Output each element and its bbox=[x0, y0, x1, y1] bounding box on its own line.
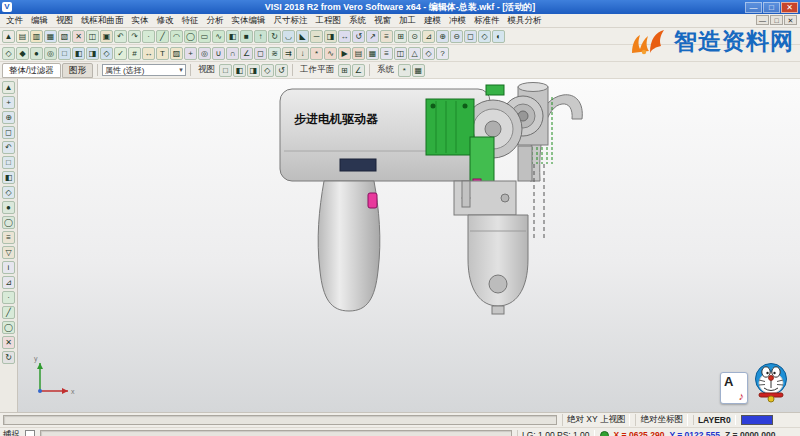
toolbar1-measure-icon[interactable]: ⊿ bbox=[422, 30, 435, 43]
toolbar2-electrode-icon[interactable]: ◇ bbox=[422, 47, 435, 60]
menu-item-3[interactable]: 线框和曲面 bbox=[77, 15, 128, 27]
menu-item-7[interactable]: 分析 bbox=[203, 15, 228, 27]
toolbar1-scale-icon[interactable]: ↗ bbox=[366, 30, 379, 43]
toolbar2-standard-parts-icon[interactable]: ◫ bbox=[394, 47, 407, 60]
toolbar2-database-icon[interactable]: ▦ bbox=[366, 47, 379, 60]
toolbar2-shaded-icon[interactable]: ● bbox=[30, 47, 43, 60]
viewgrp-view-rotate-icon[interactable]: ↺ bbox=[275, 64, 288, 77]
toolbar2-view-right-icon[interactable]: ◨ bbox=[86, 47, 99, 60]
toolbar1-zoom-fit-icon[interactable]: ◻ bbox=[464, 30, 477, 43]
lefttb-view-iso-icon[interactable]: ◇ bbox=[2, 186, 15, 199]
menu-item-1[interactable]: 编辑 bbox=[27, 15, 52, 27]
toolbar1-zoom-out-icon[interactable]: ⊖ bbox=[450, 30, 463, 43]
layer-color-swatch[interactable] bbox=[741, 415, 773, 425]
toolbar2-feature-icon[interactable]: + bbox=[184, 47, 197, 60]
toolbar2-cam-icon[interactable]: * bbox=[310, 47, 323, 60]
toolbar2-hole-icon[interactable]: ◎ bbox=[198, 47, 211, 60]
menu-item-6[interactable]: 特征 bbox=[178, 15, 203, 27]
toolbar1-view-iso-icon[interactable]: ◇ bbox=[478, 30, 491, 43]
toolbar2-mold-tools-icon[interactable]: △ bbox=[408, 47, 421, 60]
menu-item-4[interactable]: 实体 bbox=[128, 15, 153, 27]
command-field[interactable] bbox=[40, 430, 512, 436]
lefttb-line-icon[interactable]: ╱ bbox=[2, 306, 15, 319]
toolbar2-wireframe-icon[interactable]: ◇ bbox=[2, 47, 15, 60]
wpgrp-workplane-angle-icon[interactable]: ∠ bbox=[352, 64, 365, 77]
lefttb-pan-icon[interactable]: + bbox=[2, 96, 15, 109]
lefttb-zoom-in-icon[interactable]: ⊕ bbox=[2, 111, 15, 124]
snap-checkbox[interactable] bbox=[25, 430, 35, 436]
toolbar2-analysis-icon[interactable]: ✓ bbox=[114, 47, 127, 60]
toolbar1-undo-icon[interactable]: ↶ bbox=[114, 30, 127, 43]
minimize-button[interactable]: — bbox=[745, 2, 762, 13]
toolbar1-circle-icon[interactable]: ◯ bbox=[184, 30, 197, 43]
lefttb-info-icon[interactable]: i bbox=[2, 261, 15, 274]
toolbar2-boss-icon[interactable]: ∩ bbox=[226, 47, 239, 60]
lefttb-zoom-fit-icon[interactable]: ◻ bbox=[2, 126, 15, 139]
menu-item-0[interactable]: 文件 bbox=[2, 15, 27, 27]
lefttb-previous-view-icon[interactable]: ↶ bbox=[2, 141, 15, 154]
active-layer-indicator[interactable]: LAYER0 bbox=[693, 415, 736, 425]
menu-item-10[interactable]: 工程图 bbox=[312, 15, 346, 27]
menu-item-13[interactable]: 加工 bbox=[395, 15, 420, 27]
lefttb-point-icon[interactable]: · bbox=[2, 291, 15, 304]
viewgrp-view-front-icon[interactable]: ◧ bbox=[233, 64, 246, 77]
wpgrp-workplane-grid-icon[interactable]: ⊞ bbox=[338, 64, 351, 77]
toolbar1-open-icon[interactable]: ▥ bbox=[30, 30, 43, 43]
toolbar1-line-icon[interactable]: ╱ bbox=[156, 30, 169, 43]
toolbar1-surface-icon[interactable]: ◧ bbox=[226, 30, 239, 43]
lefttb-filter-icon[interactable]: ▽ bbox=[2, 246, 15, 259]
toolbar1-paste-icon[interactable]: ▣ bbox=[100, 30, 113, 43]
toolbar1-mirror-icon[interactable]: ◨ bbox=[324, 30, 337, 43]
viewport-3d[interactable]: 步进电机驱动器 bbox=[18, 79, 800, 412]
viewgrp-view-top-icon[interactable]: □ bbox=[219, 64, 232, 77]
menu-item-8[interactable]: 实体编辑 bbox=[228, 15, 270, 27]
lefttb-view-top-icon[interactable]: □ bbox=[2, 156, 15, 169]
toolbar1-curve-icon[interactable]: ∿ bbox=[212, 30, 225, 43]
toolbar1-solid-icon[interactable]: ■ bbox=[240, 30, 253, 43]
toolbar1-rotate-icon[interactable]: ↺ bbox=[352, 30, 365, 43]
toolbar2-view-top-icon[interactable]: □ bbox=[58, 47, 71, 60]
toolbar1-trim-icon[interactable]: ─ bbox=[310, 30, 323, 43]
toolbar1-snap-icon[interactable]: ⊙ bbox=[408, 30, 421, 43]
toolbar1-chamfer-icon[interactable]: ◣ bbox=[296, 30, 309, 43]
lefttb-erase-icon[interactable]: ✕ bbox=[2, 336, 15, 349]
close-button[interactable]: ✕ bbox=[781, 2, 798, 13]
lefttb-measure-icon[interactable]: ⊿ bbox=[2, 276, 15, 289]
toolbar1-copy-icon[interactable]: ◫ bbox=[86, 30, 99, 43]
menu-item-11[interactable]: 系统 bbox=[345, 15, 370, 27]
toolbar1-print-icon[interactable]: ▧ bbox=[58, 30, 71, 43]
toolbar2-shell-icon[interactable]: ◻ bbox=[254, 47, 267, 60]
toolbar2-post-icon[interactable]: ▤ bbox=[352, 47, 365, 60]
tab-graphics[interactable]: 图形 bbox=[62, 63, 93, 78]
lefttb-redraw-icon[interactable]: ↻ bbox=[2, 351, 15, 364]
viewgrp-view-iso-icon[interactable]: ◇ bbox=[261, 64, 274, 77]
menu-item-5[interactable]: 修改 bbox=[153, 15, 178, 27]
toolbar2-draft-icon[interactable]: ∠ bbox=[240, 47, 253, 60]
toolbar2-catalog-icon[interactable]: ≡ bbox=[380, 47, 393, 60]
menu-item-14[interactable]: 建模 bbox=[420, 15, 445, 27]
lefttb-circle-icon[interactable]: ◯ bbox=[2, 321, 15, 334]
viewgrp-view-right-icon[interactable]: ◨ bbox=[247, 64, 260, 77]
toolbar2-view-axon-icon[interactable]: ◇ bbox=[100, 47, 113, 60]
toolbar1-rectangle-icon[interactable]: ▭ bbox=[198, 30, 211, 43]
attribute-selector[interactable]: 属性 (选择) ▾ bbox=[102, 64, 186, 76]
mdi-minimize-button[interactable]: — bbox=[756, 15, 769, 25]
mdi-restore-button[interactable]: □ bbox=[770, 15, 783, 25]
toolbar2-pocket-icon[interactable]: ∪ bbox=[212, 47, 225, 60]
bracket-connector[interactable] bbox=[518, 146, 532, 181]
menu-item-16[interactable]: 标准件 bbox=[470, 15, 504, 27]
lefttb-wireframe-icon[interactable]: ◯ bbox=[2, 216, 15, 229]
toolbar1-revolve-icon[interactable]: ↻ bbox=[268, 30, 281, 43]
toolbar1-move-icon[interactable]: ↔ bbox=[338, 30, 351, 43]
lefttb-select-icon[interactable]: ▲ bbox=[2, 81, 15, 94]
maximize-button[interactable]: □ bbox=[763, 2, 780, 13]
toolbar2-simulate-icon[interactable]: ▶ bbox=[338, 47, 351, 60]
toolbar2-hatch-icon[interactable]: ▨ bbox=[170, 47, 183, 60]
menu-item-12[interactable]: 视窗 bbox=[370, 15, 395, 27]
toolbar1-new-icon[interactable]: ▤ bbox=[16, 30, 29, 43]
toolbar1-extrude-icon[interactable]: ↑ bbox=[254, 30, 267, 43]
toolbar2-dimension-icon[interactable]: ↔ bbox=[142, 47, 155, 60]
toolbar1-select-icon[interactable]: ▲ bbox=[2, 30, 15, 43]
toolbar1-grid-icon[interactable]: ⊞ bbox=[394, 30, 407, 43]
toolbar2-view-front-icon[interactable]: ◧ bbox=[72, 47, 85, 60]
